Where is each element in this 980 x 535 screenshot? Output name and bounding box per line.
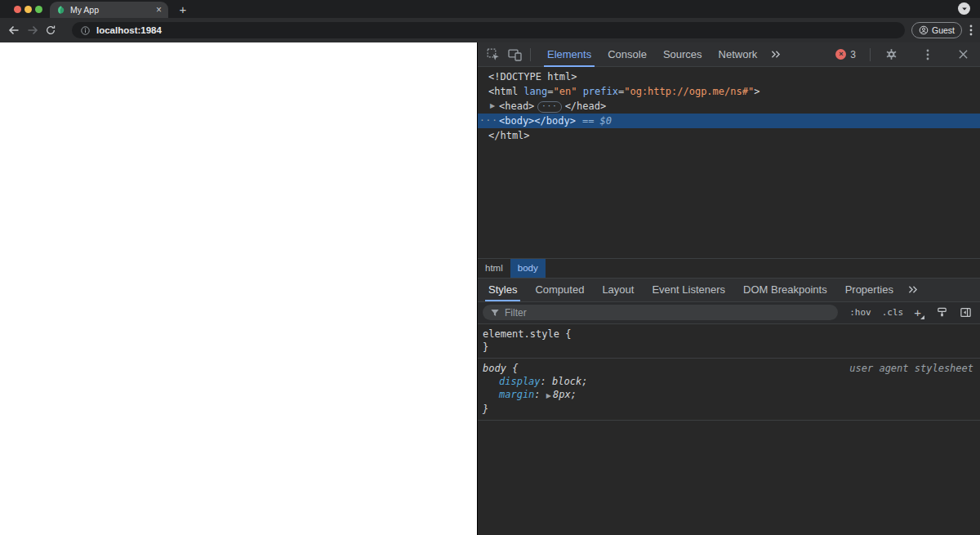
chevron-down-icon — [961, 6, 968, 12]
filter-funnel-icon — [490, 308, 500, 318]
back-arrow-icon — [7, 24, 20, 37]
url-text: localhost:1984 — [96, 25, 162, 35]
dom-node-doctype[interactable]: <!DOCTYPE html> — [478, 69, 980, 84]
kebab-menu-icon — [969, 25, 973, 36]
node-menu-icon[interactable]: ··· — [479, 114, 498, 128]
device-toolbar-button[interactable] — [508, 47, 522, 61]
tab-layout[interactable]: Layout — [593, 279, 643, 301]
user-agent-style-rule[interactable]: body { user agent stylesheet display: bl… — [478, 359, 980, 421]
dom-breadcrumbs: html body — [478, 258, 980, 278]
more-panel-tabs-button[interactable] — [907, 285, 919, 294]
devtools-menu-button[interactable] — [920, 47, 934, 61]
attribute-name: lang — [523, 86, 547, 97]
window-controls — [14, 6, 42, 13]
forward-arrow-icon — [26, 24, 39, 37]
tab-strip: My App × + — [0, 0, 980, 18]
css-declaration[interactable]: margin: ▶8px; — [483, 388, 975, 403]
double-chevron-icon — [907, 285, 919, 294]
tab-computed[interactable]: Computed — [526, 279, 593, 301]
gear-icon — [885, 48, 898, 60]
tab-title: My App — [70, 5, 151, 15]
favicon-leaf-icon — [56, 5, 65, 15]
expand-arrow-icon[interactable]: ▶ — [490, 99, 495, 114]
collapsed-content-button[interactable]: ··· — [537, 101, 561, 113]
styles-filter-bar: :hov .cls + — [478, 302, 980, 324]
dom-node-body-selected[interactable]: ···<body></body>== $0 — [478, 114, 980, 128]
breadcrumb-html[interactable]: html — [478, 259, 510, 278]
devtools-panel: Elements Console Sources Network × 3 — [478, 42, 980, 535]
attribute-name: prefix — [577, 86, 618, 97]
sidebar-panel-tabs: Styles Computed Layout Event Listeners D… — [478, 278, 980, 302]
expand-arrow-icon[interactable]: ▶ — [546, 392, 551, 399]
tab-search-button[interactable] — [958, 2, 970, 15]
breadcrumb-body[interactable]: body — [510, 259, 546, 278]
paint-roller-icon — [936, 306, 948, 319]
browser-window: My App × + localhost:1984 Guest — [0, 0, 980, 535]
devtools-toolbar: Elements Console Sources Network × 3 — [478, 42, 980, 67]
double-chevron-icon — [770, 50, 782, 59]
dom-node-head[interactable]: ▶<head>···</head> — [478, 99, 980, 114]
style-filter-input[interactable] — [505, 307, 831, 319]
close-window-button[interactable] — [14, 6, 21, 13]
dom-node-html-open[interactable]: <html lang="en" prefix="og:http://ogp.me… — [478, 84, 980, 99]
inline-style-rule[interactable]: element.style { } — [478, 324, 980, 359]
attribute-value: "en" — [554, 86, 577, 97]
style-filter-field[interactable] — [483, 305, 838, 320]
tab-sources[interactable]: Sources — [655, 42, 710, 67]
stylesheet-origin: user agent stylesheet — [849, 362, 975, 375]
rule-selector: element.style — [483, 328, 559, 340]
sidebar-panel-icon — [960, 306, 972, 319]
tab-network[interactable]: Network — [710, 42, 766, 67]
new-style-rule-button[interactable]: + — [914, 306, 924, 319]
dom-tree: <!DOCTYPE html> <html lang="en" prefix="… — [478, 67, 980, 258]
new-tab-button[interactable]: + — [175, 2, 191, 16]
toolbar-divider — [530, 48, 531, 61]
error-count: 3 — [850, 49, 856, 60]
devtools-tabs: Elements Console Sources Network — [539, 42, 765, 67]
maximize-window-button[interactable] — [35, 6, 42, 13]
tab-dom-breakpoints[interactable]: DOM Breakpoints — [734, 279, 836, 301]
tab-styles[interactable]: Styles — [479, 279, 526, 301]
browser-tab[interactable]: My App × — [50, 2, 168, 18]
kebab-menu-icon — [926, 49, 929, 60]
tab-event-listeners[interactable]: Event Listeners — [643, 279, 734, 301]
devtools-close-button[interactable] — [956, 47, 970, 61]
device-toolbar-icon — [508, 48, 522, 61]
page-content[interactable] — [0, 42, 477, 535]
css-declaration[interactable]: display: block; — [483, 375, 975, 388]
inspect-element-button[interactable] — [486, 47, 500, 61]
forward-button[interactable] — [26, 24, 39, 37]
styles-pane: element.style { } body { user agent styl… — [478, 324, 980, 535]
address-bar[interactable]: localhost:1984 — [72, 22, 905, 38]
browser-toolbar: localhost:1984 Guest — [0, 18, 980, 42]
reload-button[interactable] — [45, 24, 58, 37]
css-value: block; — [552, 376, 587, 387]
rendering-emulations-button[interactable] — [935, 306, 948, 319]
toggle-element-state-button[interactable]: :hov — [849, 307, 871, 318]
tab-console[interactable]: Console — [599, 42, 655, 67]
reload-icon — [45, 25, 56, 36]
tab-close-icon[interactable]: × — [156, 5, 162, 15]
browser-menu-button[interactable] — [969, 25, 973, 36]
element-classes-button[interactable]: .cls — [882, 307, 904, 318]
close-icon — [958, 49, 969, 60]
back-button[interactable] — [7, 24, 20, 37]
tab-elements[interactable]: Elements — [539, 42, 599, 67]
rule-selector: body — [483, 363, 506, 374]
error-icon: × — [835, 49, 846, 60]
site-info-icon[interactable] — [80, 25, 91, 36]
dom-node-html-close[interactable]: </html> — [478, 128, 980, 143]
profile-button[interactable]: Guest — [911, 22, 962, 38]
toolbar-divider — [870, 48, 871, 61]
devtools-settings-button[interactable] — [884, 47, 898, 61]
css-property: display — [499, 376, 541, 387]
css-value: 8px; — [553, 389, 577, 400]
error-badge[interactable]: × 3 — [835, 49, 856, 60]
minimize-window-button[interactable] — [24, 6, 32, 13]
more-tabs-button[interactable] — [770, 50, 782, 59]
profile-label: Guest — [932, 25, 955, 35]
computed-sidebar-toggle-button[interactable] — [959, 306, 972, 319]
avatar-icon — [919, 25, 929, 35]
selected-node-flag: == $0 — [582, 115, 612, 127]
tab-properties[interactable]: Properties — [836, 279, 902, 301]
